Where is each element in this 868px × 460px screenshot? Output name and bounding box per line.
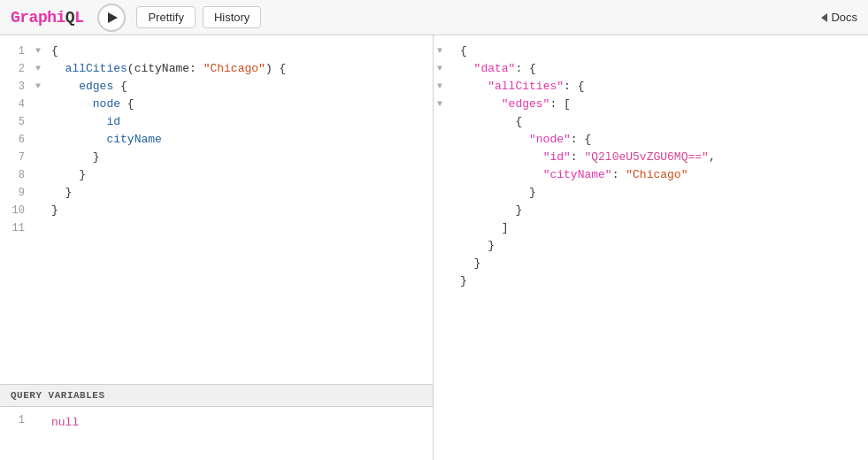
- query-variables-section: QUERY VARIABLES 1 null: [0, 384, 433, 460]
- line-9: }: [51, 186, 72, 199]
- fold-arrows: ▼ ▼ ▼: [32, 35, 48, 384]
- result-fold-arrows: ▼ ▼ ▼ ▼: [434, 35, 449, 460]
- query-variables-editor[interactable]: 1 null: [0, 407, 433, 460]
- var-fold: [32, 414, 48, 453]
- line-5: id: [51, 115, 120, 128]
- logo: GraphiQL: [11, 9, 83, 27]
- history-button[interactable]: History: [203, 6, 261, 28]
- line-10: }: [51, 203, 58, 217]
- var-code[interactable]: null: [48, 414, 82, 453]
- chevron-left-icon: [821, 13, 827, 22]
- prettify-button[interactable]: Prettify: [136, 6, 195, 28]
- docs-label: Docs: [831, 11, 857, 24]
- run-button[interactable]: [97, 4, 126, 32]
- line-1: {: [51, 44, 58, 58]
- var-line-number: 1: [0, 414, 32, 453]
- query-editor[interactable]: 1 2 3 4 5 6 7 8 9 10 11 ▼ ▼ ▼: [0, 35, 433, 384]
- query-variables-header[interactable]: QUERY VARIABLES: [0, 385, 433, 407]
- main-area: 1 2 3 4 5 6 7 8 9 10 11 ▼ ▼ ▼: [0, 35, 868, 460]
- code-content[interactable]: { allCities(cityName: "Chicago") { edges…: [48, 35, 433, 384]
- play-icon: [108, 12, 118, 23]
- line-numbers: 1 2 3 4 5 6 7 8 9 10 11: [0, 35, 32, 384]
- line-6: cityName: [51, 133, 162, 146]
- result-panel: ▼ ▼ ▼ ▼ { "data": { "allCities": { "edge…: [434, 35, 868, 460]
- line-3: edges {: [51, 80, 127, 93]
- docs-button[interactable]: Docs: [821, 11, 857, 24]
- logo-highlight: Q: [65, 9, 74, 27]
- line-7: }: [51, 150, 100, 164]
- editor-panel: 1 2 3 4 5 6 7 8 9 10 11 ▼ ▼ ▼: [0, 35, 434, 460]
- line-8: }: [51, 168, 86, 181]
- result-content: { "data": { "allCities": { "edges": [ { …: [449, 35, 868, 460]
- null-value: null: [51, 416, 79, 429]
- header: GraphiQL Prettify History Docs: [0, 0, 868, 35]
- line-2: allCities(cityName: "Chicago") {: [51, 62, 286, 75]
- line-4: node {: [51, 97, 134, 111]
